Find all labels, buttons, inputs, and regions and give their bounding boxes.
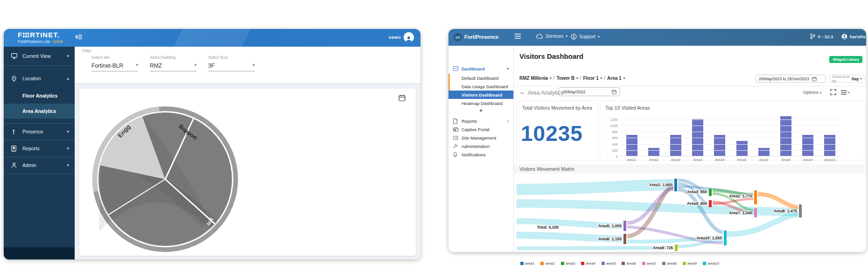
sankey-node-9: [675, 245, 678, 251]
gridline: [621, 126, 841, 126]
date-range-input[interactable]: 26/May/2023 to 25/Jun/2023: [756, 75, 826, 83]
sidebar-item-reports[interactable]: Reports ▾: [4, 141, 75, 156]
breadcrumb-site[interactable]: RMZ Millenia: [519, 76, 548, 81]
dropdown-caret-icon: ▾: [252, 63, 255, 69]
breadcrumb-building[interactable]: Tower B: [556, 76, 574, 81]
single-date-input[interactable]: 26/May/2022: [559, 87, 620, 96]
sidebar-item-administration[interactable]: Administration: [448, 142, 513, 150]
reports-icon: [11, 146, 18, 152]
matrix-title: Visitors Movement Matrix: [519, 166, 574, 172]
fortipresence-cloud-window: FortiPresence Services▾ Support▾ V - 22.…: [448, 29, 866, 252]
legend-item-area10[interactable]: area10: [703, 261, 719, 266]
gridline: [621, 150, 841, 151]
sankey-node-label: Area3: 850: [687, 189, 707, 194]
chevron-down-icon: ▾: [67, 129, 69, 134]
breadcrumb: RMZ Millenia▾/ Tower B▾/ Floor 1▾/ Area …: [519, 76, 625, 81]
select-floor-dropdown[interactable]: 3F▾: [208, 63, 255, 71]
select-building-dropdown[interactable]: RMZ▾: [150, 63, 196, 71]
sidebar-item-location[interactable]: Location ▴: [4, 71, 75, 86]
y-tick-label: 600: [602, 136, 618, 140]
legend-item-area4[interactable]: area4: [581, 261, 595, 266]
fortinet-grid-icon: [23, 31, 29, 39]
sidebar-item-notifications[interactable]: Notifications: [448, 150, 513, 159]
sankey-node-5: [623, 221, 626, 231]
user-menu[interactable]: harishv: [841, 34, 866, 40]
legend-item-area6[interactable]: area6: [622, 261, 636, 266]
logo-text-prefix: F: [18, 31, 22, 39]
dropdown-caret-icon: ▾: [136, 63, 138, 69]
sidebar-item-default-dashboard[interactable]: Default Dashboard: [448, 74, 513, 82]
sidebar-footer: [4, 247, 75, 259]
calendar-icon[interactable]: [399, 94, 406, 103]
legend-item-area9[interactable]: area9: [683, 261, 697, 266]
sidebar-item-admin[interactable]: Admin ▾: [4, 158, 75, 173]
legend-item-area5[interactable]: area5: [602, 261, 616, 266]
sidebar-item-visitors-dashboard[interactable]: Visitors Dashboard: [448, 91, 513, 99]
location-pin-icon: [11, 76, 18, 82]
department-chord-chart: Engg Support IsH: [86, 100, 245, 259]
breadcrumb-area[interactable]: Area 1: [607, 76, 622, 81]
dropdown-caret-icon: ▾: [819, 91, 821, 94]
x-tick-label: Area2: [645, 158, 663, 162]
menu-hamburger-icon[interactable]: [515, 34, 521, 39]
legend-item-area3[interactable]: area3: [561, 261, 575, 266]
filter-title: Filter: [82, 49, 91, 53]
visitors-movement-sankey: Area1: 1,600Area2: 1,770Area3: 850Area4:…: [516, 175, 865, 262]
sidebar-item-heatmap-dashboard[interactable]: Heatmap Dashboard: [448, 99, 513, 107]
sidebar-item-floor-analytics[interactable]: Floor Analytics: [4, 89, 75, 103]
left-sidebar: Current View ▾ Location ▴ Floor Analytic…: [4, 47, 75, 259]
legend-swatch: [561, 262, 564, 265]
notifications-bell-icon: [453, 152, 459, 157]
sankey-node-3: [709, 189, 712, 196]
support-label: Support: [579, 34, 595, 39]
back-arrow-icon[interactable]: ←: [519, 89, 525, 96]
avatar[interactable]: [404, 32, 414, 42]
sidebar-item-presence[interactable]: Presence ▾: [4, 124, 75, 139]
legend-item-area8[interactable]: area8: [662, 261, 676, 266]
sidebar-item-label: Dashboard: [462, 66, 485, 71]
sidebar-item-area-analytics[interactable]: Area Analytics: [4, 104, 75, 119]
sidebar-item-reports[interactable]: Reports ›: [448, 117, 513, 125]
select-floor-label: Select floor: [208, 55, 259, 60]
sidebar-item-label: Area Analytics: [22, 108, 56, 114]
sidebar-item-site-management[interactable]: Site Management: [448, 133, 513, 142]
show-time-label: Show time as:: [832, 75, 850, 83]
monitor-icon: [11, 53, 18, 59]
select-site-dropdown[interactable]: Fortinet-BLR▾: [91, 63, 138, 71]
dropdown-caret-icon: ▾: [194, 63, 196, 69]
x-tick-label: Area9: [799, 158, 817, 162]
y-tick-label: 800: [602, 130, 618, 134]
sidebar-item-dashboard[interactable]: Dashboard ▾: [448, 64, 513, 73]
collapse-sidebar-icon[interactable]: [75, 34, 83, 42]
total-widget-title: Total Visitors Movement by Area: [522, 105, 592, 111]
chevron-down-icon: ▾: [598, 35, 600, 39]
expand-icon[interactable]: [830, 89, 836, 97]
legend-swatch: [662, 262, 665, 265]
right-app-header: FortiPresence Services▾ Support▾ V - 22.…: [448, 29, 866, 46]
sankey-node-7: [754, 208, 757, 217]
services-menu[interactable]: Services▾: [536, 34, 567, 39]
legend-label: area3: [566, 261, 575, 266]
sidebar-item-data-usage-dashboard[interactable]: Data Usage Dashboard: [448, 82, 513, 91]
support-menu[interactable]: Support▾: [571, 34, 600, 40]
dropdown-caret-icon: ▾: [623, 77, 625, 80]
chevron-down-icon: ▾: [67, 54, 69, 58]
cloud-icon: [536, 34, 543, 39]
legend-item-area2[interactable]: area2: [540, 261, 554, 266]
support-icon: [571, 34, 577, 40]
chevron-down-icon: ▾: [67, 146, 69, 151]
breadcrumb-floor[interactable]: Floor 1: [583, 76, 598, 81]
sidebar-item-label: Presence: [22, 129, 43, 134]
widgets-library-button[interactable]: Widgets Library: [829, 56, 862, 63]
sidebar-item-current-view[interactable]: Current View ▾: [4, 49, 75, 63]
legend-item-area1[interactable]: area1: [520, 261, 534, 266]
legend-item-area7[interactable]: area7: [642, 261, 656, 266]
bar-area7: [758, 148, 770, 156]
list-menu-icon[interactable]: [841, 89, 849, 97]
show-time-as-dropdown[interactable]: Show time as: Day ▾: [829, 75, 865, 83]
y-tick-label: 1200: [602, 118, 618, 122]
add-dashboard-button[interactable]: +: [448, 107, 513, 115]
sidebar-item-captive-portal[interactable]: Captive Portal: [448, 125, 513, 133]
logo-text-suffix: RTINET.: [30, 31, 60, 39]
options-dropdown[interactable]: Options ▾: [803, 90, 821, 95]
